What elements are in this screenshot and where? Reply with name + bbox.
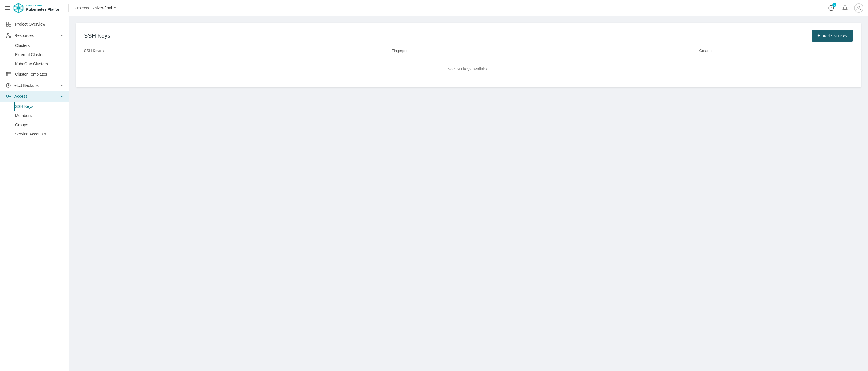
brand-bottom: Kubernetes Platform [26,7,63,12]
svg-rect-18 [6,72,11,76]
card-header: SSH Keys + Add SSH Key [84,30,853,42]
col-ssh-keys-header: SSH Keys ▲ [84,48,392,53]
svg-point-22 [6,95,9,98]
user-avatar[interactable] [854,3,863,13]
sidebar-item-clusters[interactable]: Clusters [15,41,69,50]
svg-rect-11 [9,25,11,27]
resources-sub: Clusters External Clusters KubeOne Clust… [0,41,69,68]
add-button-label: Add SSH Key [823,34,847,38]
sidebar: Project Overview Resources [0,16,69,371]
svg-text:?: ? [830,6,832,10]
col-created-header: Created [699,48,853,53]
etcd-backups-icon [6,83,11,88]
cluster-templates-label: Cluster Templates [15,72,47,76]
bell-icon-btn[interactable] [840,3,849,13]
projects-link[interactable]: Projects [74,6,89,10]
svg-rect-10 [6,25,8,27]
sidebar-item-ssh-keys[interactable]: SSH Keys [14,102,69,111]
sidebar-etcd-header[interactable]: etcd Backups [0,80,69,91]
main-content: SSH Keys + Add SSH Key SSH Keys ▲ Finger… [69,16,868,371]
menu-toggle[interactable] [5,6,10,10]
user-icon [856,5,861,11]
sidebar-item-external-clusters[interactable]: External Clusters [15,50,69,59]
svg-point-13 [6,36,7,38]
access-collapse-icon [61,96,63,97]
topnav: KUBERMATIC Kubernetes Platform Projects … [0,0,868,16]
grid-icon [6,21,11,27]
svg-line-16 [7,36,8,36]
page-title: SSH Keys [84,33,110,39]
sidebar-item-members[interactable]: Members [15,111,69,120]
svg-point-14 [9,36,11,38]
sort-icon: ▲ [102,49,105,52]
project-dropdown-icon [114,7,116,9]
svg-line-17 [8,36,10,36]
support-icon-btn[interactable]: ? 9 [827,3,836,13]
nav-divider [68,4,69,12]
project-selector[interactable]: khizer-final [92,6,116,10]
resources-collapse-icon [61,35,63,36]
table-header: SSH Keys ▲ Fingerprint Created [84,48,853,56]
project-overview-label: Project Overview [15,22,45,27]
sidebar-item-project-overview[interactable]: Project Overview [0,19,69,30]
logo-icon [13,3,24,13]
sidebar-resources-header[interactable]: Resources [0,30,69,41]
access-icon [6,94,11,99]
sidebar-item-service-accounts[interactable]: Service Accounts [15,129,69,139]
svg-rect-8 [6,22,8,24]
notification-badge: 9 [832,3,836,7]
cluster-templates-icon [6,71,11,77]
col-fingerprint-header: Fingerprint [392,48,699,53]
logo-text: KUBERMATIC Kubernetes Platform [26,4,63,11]
logo-area: KUBERMATIC Kubernetes Platform [13,3,63,13]
access-label: Access [14,94,27,99]
sidebar-item-cluster-templates[interactable]: Cluster Templates [0,68,69,80]
add-ssh-key-button[interactable]: + Add SSH Key [812,30,853,42]
etcd-expand-icon [61,85,63,86]
access-sub: SSH Keys Members Groups Service Accounts [0,102,69,139]
ssh-keys-card: SSH Keys + Add SSH Key SSH Keys ▲ Finger… [76,23,861,88]
svg-point-7 [858,6,860,8]
svg-rect-9 [9,22,11,24]
sidebar-item-groups[interactable]: Groups [15,120,69,129]
etcd-backups-label: etcd Backups [14,83,38,88]
sidebar-item-kubeone-clusters[interactable]: KubeOne Clusters [15,59,69,68]
resources-label: Resources [14,33,34,38]
resources-icon [6,33,11,38]
empty-state: No SSH keys available. [84,58,853,80]
plus-icon: + [817,33,820,39]
project-name: khizer-final [92,6,112,10]
bell-icon [842,5,848,11]
brand-top: KUBERMATIC [26,4,63,7]
sidebar-access-header[interactable]: Access [0,91,69,102]
svg-point-12 [7,33,9,35]
